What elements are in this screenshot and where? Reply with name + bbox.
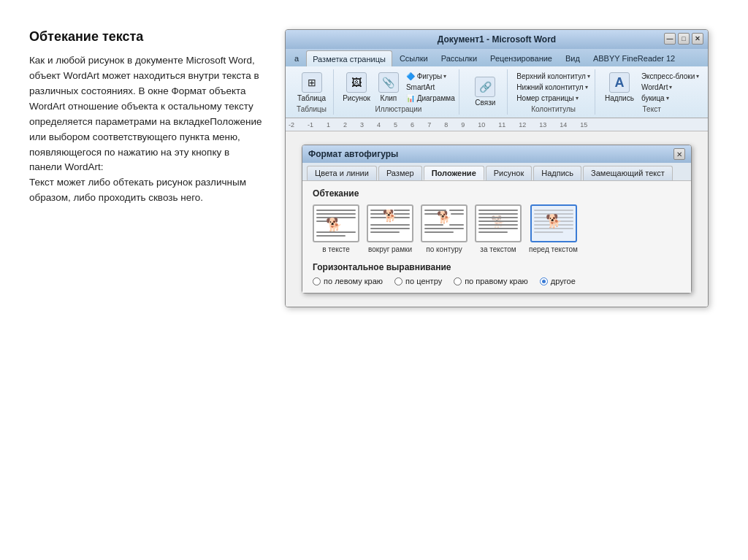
dialog-tab-caption[interactable]: Надпись: [533, 166, 581, 180]
wrap-icon-behind: 🐕: [475, 204, 522, 242]
header-dropdown: ▾: [587, 73, 590, 80]
align-right[interactable]: по правому краю: [454, 277, 528, 285]
tab-mailings[interactable]: Рассылки: [435, 50, 483, 66]
word-titlebar: Документ1 - Microsoft Word — □ ✕: [286, 30, 708, 49]
align-left-label: по левому краю: [324, 277, 383, 285]
svg-rect-25: [424, 231, 454, 233]
close-button[interactable]: ✕: [692, 33, 703, 45]
dropcap-dropdown: ▾: [666, 95, 669, 101]
wrap-option-behind[interactable]: 🐕: [475, 204, 522, 253]
wrap-option-front[interactable]: 🐕 перед текстом: [529, 204, 578, 253]
svg-rect-24: [424, 228, 464, 229]
page-num-dropdown: ▾: [576, 95, 579, 101]
ribbon-group-headers: Верхний колонтитул ▾ Нижний колонтитул ▾…: [512, 69, 595, 115]
headers-group-items: Верхний колонтитул ▾ Нижний колонтитул ▾…: [514, 71, 592, 104]
illustrations-group-items: 🖼 Рисунок 📎 Клип 🔷 Фигуры ▾ SmartArt 📊 Д: [340, 71, 457, 104]
tab-review[interactable]: Рецензирование: [484, 50, 558, 66]
section-heading: Обтекание текста: [29, 29, 263, 45]
header-button[interactable]: Верхний колонтитул ▾: [514, 72, 592, 81]
maximize-button[interactable]: □: [678, 33, 690, 45]
wrap-icon-in-text: 🐕: [313, 204, 359, 242]
align-right-radio[interactable]: [454, 277, 462, 285]
links-button[interactable]: 🔗 Связи: [472, 75, 498, 108]
svg-rect-22: [424, 224, 443, 226]
svg-rect-23: [449, 224, 464, 226]
align-other-radio[interactable]: [540, 277, 548, 285]
ribbon-group-illustrations: 🖼 Рисунок 📎 Клип 🔷 Фигуры ▾ SmartArt 📊 Д: [338, 69, 459, 115]
ribbon: а Разметка страницы Ссылки Рассылки Реце…: [286, 49, 708, 118]
quick-parts-button[interactable]: Экспресс-блоки ▾: [639, 72, 701, 81]
svg-text:🐕: 🐕: [383, 209, 397, 223]
dialog-close-button[interactable]: ✕: [673, 148, 685, 160]
wrap-svg-in-text: 🐕: [315, 207, 357, 240]
minimize-button[interactable]: —: [664, 33, 676, 45]
titlebar-controls[interactable]: — □ ✕: [664, 33, 703, 45]
links-icon: 🔗: [475, 77, 495, 97]
tables-group-label: Таблицы: [297, 105, 327, 113]
ribbon-group-tables: ⊞ Таблица Таблицы: [290, 69, 334, 115]
wrap-label-in-text: в тексте: [322, 245, 350, 253]
svg-rect-15: [370, 228, 410, 229]
wrap-svg-contour: 🐕: [423, 207, 465, 240]
titlebar-title: Документ1 - Microsoft Word: [438, 34, 556, 45]
align-center-radio[interactable]: [394, 277, 402, 285]
align-left[interactable]: по левому краю: [313, 277, 383, 285]
align-options: по левому краю по центру по правому краю: [313, 277, 681, 285]
align-center[interactable]: по центру: [394, 277, 442, 285]
tables-group-items: ⊞ Таблица: [294, 71, 329, 104]
svg-rect-28: [478, 213, 518, 215]
ribbon-group-text: A Надпись Экспресс-блоки ▾ WordArt ▾ бук…: [600, 69, 703, 115]
table-icon: ⊞: [302, 72, 322, 93]
smartart-button[interactable]: SmartArt: [404, 83, 457, 92]
dialog-tab-size[interactable]: Размер: [378, 166, 422, 180]
wordart-button[interactable]: WordArt ▾: [639, 83, 701, 92]
wrap-option-contour[interactable]: 🐕 по контуру: [421, 204, 468, 253]
text-group-items: A Надпись Экспресс-блоки ▾ WordArt ▾ бук…: [602, 71, 701, 104]
textbox-icon: A: [609, 72, 630, 93]
textbox-label: Надпись: [605, 94, 634, 102]
align-center-label: по центру: [405, 277, 442, 285]
tab-view[interactable]: Вид: [560, 50, 586, 66]
clip-label: Клип: [381, 94, 397, 102]
dialog-tabs[interactable]: Цвета и линии Размер Положение Рисунок Н…: [302, 163, 691, 181]
dialog-tab-picture[interactable]: Рисунок: [486, 166, 533, 180]
dialog-tab-position[interactable]: Положение: [424, 166, 484, 180]
wrap-option-in-text[interactable]: 🐕 в тексте: [313, 204, 359, 253]
table-button[interactable]: ⊞ Таблица: [294, 71, 329, 104]
dropcap-button[interactable]: букица ▾: [639, 93, 701, 103]
footer-dropdown: ▾: [585, 84, 588, 91]
tab-abbyy[interactable]: ABBYY FineReader 12: [587, 50, 681, 66]
footer-button[interactable]: Нижний колонтитул ▾: [514, 83, 592, 92]
ribbon-group-links: 🔗 Связи: [464, 69, 508, 115]
wrap-icon-around-frame: 🐕: [367, 204, 413, 242]
align-other[interactable]: другое: [540, 277, 576, 285]
table-label: Таблица: [297, 94, 326, 102]
text-section: Обтекание текста Как и любой рисунок в д…: [29, 29, 263, 206]
wrap-svg-behind: 🐕: [477, 207, 519, 240]
tab-a[interactable]: а: [289, 50, 305, 66]
align-left-radio[interactable]: [313, 277, 321, 285]
page-number-button[interactable]: Номер страницы ▾: [514, 93, 592, 103]
chart-button[interactable]: 📊 Диаграмма: [404, 93, 457, 103]
shapes-button[interactable]: 🔷 Фигуры ▾: [404, 72, 457, 81]
dialog-tab-colors[interactable]: Цвета и линии: [307, 166, 377, 180]
links-group-items: 🔗 Связи: [472, 71, 498, 112]
tab-links[interactable]: Ссылки: [394, 50, 434, 66]
wrap-icon-front: 🐕: [530, 204, 577, 242]
text-group-label: Текст: [643, 105, 661, 113]
dialog-tab-alt[interactable]: Замещающий текст: [583, 166, 673, 180]
wrap-label-behind: за текстом: [480, 245, 516, 253]
clip-button[interactable]: 📎 Клип: [375, 71, 402, 104]
wrap-svg-around-frame: 🐕: [369, 207, 411, 240]
svg-rect-33: [478, 231, 508, 233]
illustrations-small-btns: 🔷 Фигуры ▾ SmartArt 📊 Диаграмма: [404, 72, 457, 103]
wrap-label-front: перед текстом: [529, 245, 578, 253]
picture-button[interactable]: 🖼 Рисунок: [340, 71, 373, 104]
dialog-box: Формат автофигуры ✕ Цвета и линии Размер…: [302, 145, 692, 294]
align-section-title: Горизонтальное выравнивание: [313, 262, 681, 272]
dialog-title: Формат автофигуры: [308, 149, 398, 159]
textbox-button[interactable]: A Надпись: [602, 71, 637, 104]
tab-page-layout[interactable]: Разметка страницы: [306, 50, 392, 66]
svg-rect-29: [478, 217, 518, 218]
wrap-option-around-frame[interactable]: 🐕 вокруг рамки: [367, 204, 413, 253]
